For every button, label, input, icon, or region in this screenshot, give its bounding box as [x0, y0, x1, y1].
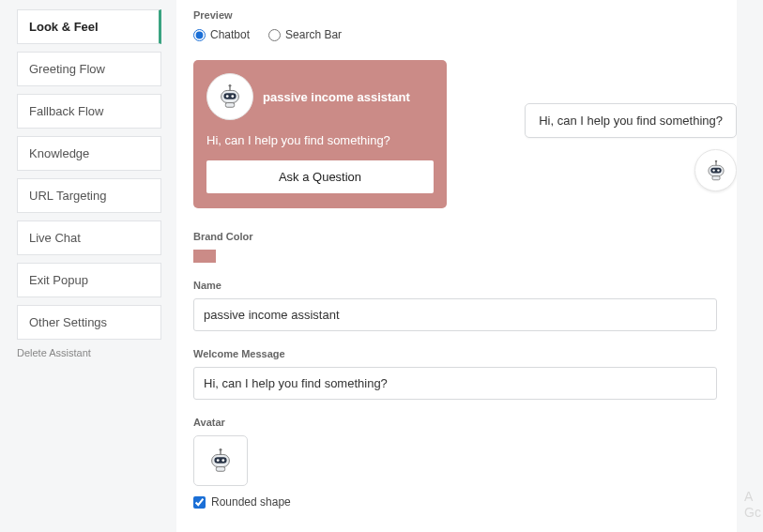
robot-icon — [704, 159, 728, 183]
radio-searchbar-input[interactable] — [268, 29, 281, 41]
rounded-shape-input[interactable] — [193, 496, 206, 509]
chatbot-title: passive income assistant — [263, 90, 410, 104]
chatbot-welcome-message: Hi, can I help you find something? — [206, 133, 434, 147]
svg-point-17 — [221, 459, 224, 462]
robot-icon — [206, 447, 235, 475]
svg-point-10 — [717, 169, 719, 171]
bubble-preview: Hi, can I help you find something? — [484, 60, 746, 191]
name-input[interactable] — [193, 298, 717, 331]
svg-rect-6 — [225, 103, 234, 108]
sidebar: Look & Feel Greeting Flow Fallback Flow … — [0, 0, 176, 532]
sidebar-item-label: Greeting Flow — [29, 62, 105, 76]
sidebar-item-url-targeting[interactable]: URL Targeting — [17, 178, 161, 213]
avatar-label: Avatar — [193, 417, 746, 428]
sidebar-item-label: Exit Popup — [29, 273, 88, 287]
svg-point-12 — [714, 160, 716, 161]
brand-color-label: Brand Color — [193, 231, 746, 242]
svg-rect-13 — [711, 175, 719, 179]
preview-mode-radios: Chatbot Search Bar — [193, 28, 746, 41]
right-edge-strip: A Gc — [737, 0, 763, 532]
bubble-avatar[interactable] — [694, 149, 737, 191]
preview-label: Preview — [193, 9, 746, 21]
svg-point-9 — [712, 169, 714, 171]
radio-chatbot[interactable]: Chatbot — [193, 28, 250, 41]
sidebar-item-fallback-flow[interactable]: Fallback Flow — [17, 94, 161, 129]
rounded-shape-checkbox[interactable]: Rounded shape — [193, 495, 746, 509]
preview-row: passive income assistant Hi, can I help … — [193, 60, 746, 208]
main-panel: Preview Chatbot Search Bar — [176, 0, 763, 532]
radio-searchbar-label: Search Bar — [285, 28, 342, 41]
sidebar-item-knowledge[interactable]: Knowledge — [17, 136, 161, 171]
svg-point-16 — [217, 459, 220, 462]
sidebar-item-label: Fallback Flow — [29, 104, 103, 118]
svg-rect-20 — [216, 467, 224, 472]
svg-point-19 — [220, 448, 222, 451]
chatbot-avatar — [206, 73, 253, 120]
sidebar-item-label: Look & Feel — [29, 20, 99, 34]
radio-chatbot-label: Chatbot — [210, 28, 250, 41]
ask-question-button[interactable]: Ask a Question — [206, 160, 434, 193]
sidebar-item-look-and-feel[interactable]: Look & Feel — [17, 9, 161, 44]
sidebar-item-label: Live Chat — [29, 231, 81, 245]
welcome-message-input[interactable] — [193, 367, 717, 400]
avatar-picker[interactable] — [193, 435, 248, 486]
svg-rect-8 — [710, 167, 721, 173]
robot-icon — [216, 83, 244, 111]
svg-rect-1 — [223, 93, 236, 99]
svg-point-2 — [226, 95, 229, 98]
welcome-label: Welcome Message — [193, 348, 746, 359]
radio-searchbar[interactable]: Search Bar — [268, 28, 342, 41]
delete-assistant-link[interactable]: Delete Assistant — [17, 347, 161, 358]
sidebar-item-label: Knowledge — [29, 146, 89, 160]
sidebar-item-other-settings[interactable]: Other Settings — [17, 305, 161, 340]
svg-point-5 — [229, 84, 232, 87]
chatbot-preview-card: passive income assistant Hi, can I help … — [193, 60, 447, 208]
radio-chatbot-input[interactable] — [193, 29, 206, 41]
brand-color-swatch[interactable] — [193, 250, 216, 263]
sidebar-item-live-chat[interactable]: Live Chat — [17, 220, 161, 255]
name-label: Name — [193, 280, 746, 291]
rounded-shape-label: Rounded shape — [211, 495, 291, 509]
speech-bubble: Hi, can I help you find something? — [525, 103, 737, 138]
edge-partial-text: A Gc — [744, 489, 761, 521]
svg-point-3 — [231, 95, 234, 98]
sidebar-item-label: URL Targeting — [29, 189, 106, 203]
sidebar-item-exit-popup[interactable]: Exit Popup — [17, 263, 161, 297]
sidebar-item-greeting-flow[interactable]: Greeting Flow — [17, 52, 161, 86]
svg-rect-15 — [214, 457, 226, 464]
sidebar-item-label: Other Settings — [29, 315, 107, 329]
